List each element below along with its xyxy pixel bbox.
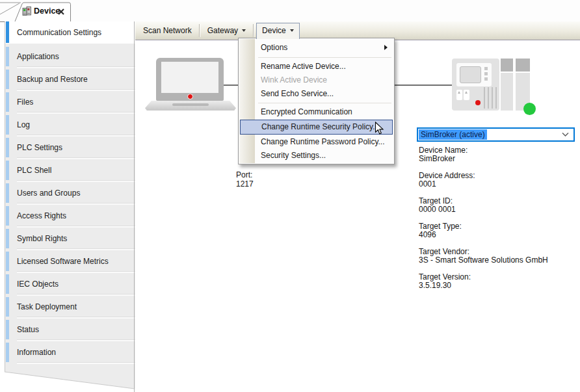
accent-strip bbox=[6, 161, 9, 180]
red-led-icon bbox=[475, 100, 481, 105]
info-label: Target Type: bbox=[419, 222, 548, 231]
menu-item-label: Send Echo Service... bbox=[261, 89, 334, 98]
sidebar-item-label: Backup and Restore bbox=[17, 75, 88, 84]
plc-module bbox=[501, 73, 513, 111]
sidebar-item-applications[interactable]: Applications bbox=[5, 46, 135, 68]
accent-strip bbox=[6, 183, 9, 203]
mouse-cursor-icon bbox=[375, 122, 384, 136]
tab-device[interactable]: Device bbox=[14, 2, 72, 21]
sidebar-item-files[interactable]: Files bbox=[5, 91, 135, 114]
accent-strip bbox=[6, 115, 9, 135]
sidebar-item-label: Users and Groups bbox=[17, 189, 80, 198]
plc-module-cap bbox=[501, 59, 513, 72]
laptop-trackpad bbox=[172, 103, 209, 106]
sidebar-item-users-and-groups[interactable]: Users and Groups bbox=[5, 182, 135, 205]
accent-strip bbox=[6, 252, 9, 271]
scan-network-button[interactable]: Scan Network bbox=[138, 23, 197, 38]
sidebar-item-information[interactable]: Information bbox=[5, 341, 135, 364]
device-dropdown-button[interactable]: Device bbox=[256, 23, 300, 39]
active-device-combobox[interactable]: SimBroker (active) bbox=[417, 127, 575, 142]
accent-strip bbox=[6, 206, 9, 226]
plc-display-bezel bbox=[456, 63, 492, 86]
chevron-down-icon bbox=[242, 29, 246, 32]
device-menu: Options Rename Active Device... Wink Act… bbox=[238, 38, 395, 164]
sidebar-item-label: Status bbox=[17, 325, 39, 334]
port-value: 1217 bbox=[236, 179, 254, 189]
sidebar-item-status[interactable]: Status bbox=[5, 319, 135, 341]
port-label: Port: bbox=[236, 170, 254, 179]
menu-item-change-runtime-security-policy[interactable]: Change Runtime Security Policy... bbox=[240, 120, 393, 135]
laptop-screen bbox=[161, 62, 218, 93]
info-label: Device Address: bbox=[419, 172, 548, 180]
menu-separator bbox=[258, 103, 391, 103]
close-icon[interactable] bbox=[57, 8, 65, 16]
settings-sidebar: Communication Settings Applications Back… bbox=[5, 21, 135, 392]
accent-strip bbox=[6, 229, 9, 248]
info-value: 0001 bbox=[419, 180, 548, 189]
sidebar-item-label: Access Rights bbox=[17, 211, 66, 220]
red-led-icon bbox=[187, 94, 193, 99]
plc-module-cap bbox=[516, 59, 530, 72]
plc-vent bbox=[484, 87, 485, 109]
menu-item-options[interactable]: Options bbox=[239, 40, 393, 55]
plc-indicator bbox=[484, 77, 488, 81]
plc-body bbox=[452, 59, 499, 111]
chevron-down-icon[interactable] bbox=[562, 132, 569, 137]
sidebar-item-access-rights[interactable]: Access Rights bbox=[5, 205, 135, 228]
sidebar-item-log[interactable]: Log bbox=[5, 114, 135, 137]
gateway-dropdown-button[interactable]: Gateway bbox=[202, 23, 251, 38]
info-value: 3.5.19.30 bbox=[419, 281, 548, 290]
sidebar-right-border bbox=[134, 21, 135, 392]
sidebar-item-backup-and-restore[interactable]: Backup and Restore bbox=[5, 68, 135, 91]
info-pair: Device Address: 0001 bbox=[419, 172, 548, 189]
info-pair: Target Type: 4096 bbox=[419, 222, 548, 239]
accent-strip bbox=[6, 92, 9, 112]
plc-vent bbox=[492, 87, 493, 109]
combobox-selected-value: SimBroker (active) bbox=[419, 129, 487, 140]
plc-device-icon bbox=[452, 59, 536, 118]
gateway-label: Gateway bbox=[207, 26, 238, 35]
submenu-arrow-icon bbox=[384, 45, 388, 50]
settings-nav: Communication Settings Applications Back… bbox=[5, 21, 135, 364]
info-pair: Device Name: SimBroker bbox=[419, 146, 548, 163]
sidebar-item-plc-shell[interactable]: PLC Shell bbox=[5, 159, 135, 182]
device-info-panel: Device Name: SimBroker Device Address: 0… bbox=[419, 146, 548, 298]
sidebar-item-label: PLC Settings bbox=[17, 143, 62, 152]
accent-strip bbox=[6, 138, 9, 157]
info-value: 3S - Smart Software Solutions GmbH bbox=[419, 256, 548, 265]
tab-title: Device bbox=[34, 7, 60, 16]
sidebar-item-label: Information bbox=[17, 348, 56, 357]
toolbar-separator bbox=[199, 24, 200, 37]
menu-item-rename-active-device[interactable]: Rename Active Device... bbox=[239, 60, 393, 73]
menu-item-security-settings[interactable]: Security Settings... bbox=[239, 149, 393, 163]
plc-vent bbox=[488, 87, 489, 109]
menu-item-encrypted-communication[interactable]: Encrypted Communication bbox=[239, 105, 393, 119]
sidebar-item-licensed-software-metrics[interactable]: Licensed Software Metrics bbox=[5, 250, 135, 273]
device-label: Device bbox=[262, 26, 286, 35]
sidebar-item-task-deployment[interactable]: Task Deployment bbox=[5, 296, 135, 319]
accent-strip bbox=[6, 70, 9, 89]
plc-indicator bbox=[484, 72, 488, 75]
sidebar-item-communication-settings[interactable]: Communication Settings bbox=[5, 21, 135, 44]
laptop-lid bbox=[156, 58, 224, 101]
sidebar-item-symbol-rights[interactable]: Symbol Rights bbox=[5, 228, 135, 250]
laptop-base bbox=[145, 101, 236, 111]
plc-screen bbox=[460, 66, 481, 83]
status-online-green-dot bbox=[523, 103, 536, 115]
sidebar-item-plc-settings[interactable]: PLC Settings bbox=[5, 137, 135, 159]
sidebar-item-label: Applications bbox=[17, 52, 59, 61]
menu-item-label: Security Settings... bbox=[261, 151, 326, 160]
accent-strip bbox=[6, 320, 9, 339]
info-pair: Target Vendor: 3S - Smart Software Solut… bbox=[419, 248, 548, 265]
menu-item-change-runtime-password-policy[interactable]: Change Runtime Password Policy... bbox=[239, 135, 393, 149]
gateway-port-info: Port: 1217 bbox=[236, 170, 254, 189]
info-pair: Target ID: 0000 0001 bbox=[419, 197, 548, 214]
sidebar-panel: Communication Settings Applications Back… bbox=[5, 21, 135, 392]
sidebar-item-label: Task Deployment bbox=[17, 302, 77, 311]
plc-key bbox=[456, 90, 462, 100]
sidebar-item-iec-objects[interactable]: IEC Objects bbox=[5, 273, 135, 296]
menu-item-label: Rename Active Device... bbox=[261, 62, 346, 71]
menu-item-send-echo-service[interactable]: Send Echo Service... bbox=[239, 87, 393, 101]
sidebar-item-label: Licensed Software Metrics bbox=[17, 257, 109, 266]
sidebar-item-label: IEC Objects bbox=[17, 280, 59, 289]
